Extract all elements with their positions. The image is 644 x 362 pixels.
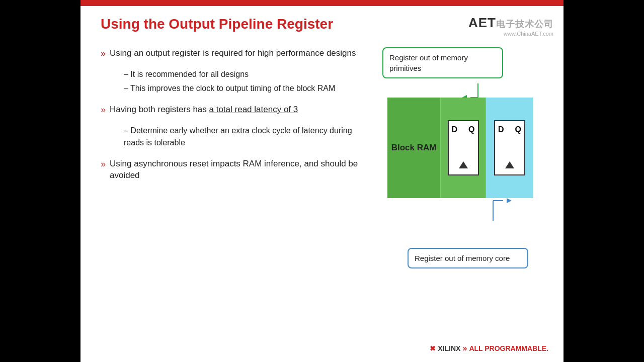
- dff-d-label-2: D: [498, 125, 504, 134]
- aet-logo-text: AET电子技术公司: [468, 15, 553, 31]
- callout-top: Register out of memory primitives: [382, 47, 503, 78]
- bullet-item-1: » Using an output register is required f…: [101, 47, 367, 59]
- bullet-arrow-1: »: [101, 48, 106, 59]
- block-diagram: Block RAM D Q: [387, 98, 533, 198]
- right-column: Register out of memory primitives Block …: [377, 47, 548, 299]
- left-column: » Using an output register is required f…: [101, 47, 367, 299]
- sub-bullet-1-2: This improves the clock to output timing…: [119, 82, 367, 95]
- dff-box-1: D Q: [448, 120, 479, 175]
- bullet-arrow-2: »: [101, 105, 106, 115]
- aet-logo: AET电子技术公司 www.ChinaAET.com: [468, 15, 553, 37]
- footer-logo-area: ✖ XILINX » ALL PROGRAMMABLE.: [430, 344, 548, 353]
- sub-bullet-1-1: It is recommended for all designs: [119, 68, 367, 80]
- dff-d-label-1: D: [452, 125, 458, 134]
- dff-1-container: D Q: [440, 98, 486, 198]
- xilinx-chevron: »: [462, 344, 467, 353]
- sub-bullets-1: It is recommended for all designs This i…: [119, 68, 367, 95]
- underline-text: a total read latency of 3: [209, 105, 298, 114]
- slide-container: AET电子技术公司 www.ChinaAET.com Using the Out…: [80, 0, 564, 362]
- dff-labels-2: D Q: [495, 121, 524, 134]
- dff-2-container: D Q: [486, 98, 533, 198]
- bullet-text-2: Having both registers has a total read l…: [110, 104, 298, 116]
- callout-top-text: Register out of memory primitives: [389, 53, 468, 72]
- bullet-item-3: » Using asynchronous reset impacts RAM i…: [101, 158, 367, 182]
- top-bar: [80, 0, 564, 6]
- dff-labels-1: D Q: [449, 121, 478, 134]
- all-programmable-text: ALL PROGRAMMABLE.: [469, 344, 548, 352]
- dff-q-label-1: Q: [468, 125, 474, 134]
- aet-url: www.ChinaAET.com: [468, 31, 553, 37]
- clock-triangle-1: [459, 161, 468, 168]
- dff-clock-2: [505, 161, 514, 168]
- bullet-item-2: » Having both registers has a total read…: [101, 104, 367, 116]
- bullet-text-3: Using asynchronous reset impacts RAM inf…: [110, 158, 367, 182]
- callout-bottom: Register out of memory core: [408, 248, 528, 268]
- slide-content: AET电子技术公司 www.ChinaAET.com Using the Out…: [80, 6, 564, 362]
- svg-marker-5: [507, 198, 512, 203]
- sub-bullets-2: Determine early whether an extra clock c…: [119, 125, 367, 149]
- block-ram: Block RAM: [387, 98, 440, 198]
- xilinx-icon: ✖: [430, 344, 436, 352]
- dff-q-label-2: Q: [515, 125, 521, 134]
- xilinx-logo: ✖ XILINX » ALL PROGRAMMABLE.: [430, 344, 548, 353]
- dff-box-2: D Q: [494, 120, 525, 175]
- dff-clock-1: [459, 161, 468, 168]
- callout-bottom-text: Register out of memory core: [415, 254, 510, 262]
- bullet-text-1: Using an output register is required for…: [110, 47, 356, 59]
- xilinx-text: XILINX: [438, 344, 460, 352]
- bullet-arrow-3: »: [101, 159, 106, 169]
- main-area: » Using an output register is required f…: [101, 47, 543, 299]
- sub-bullet-2-1: Determine early whether an extra clock c…: [119, 125, 367, 149]
- aet-chinese: 电子技术公司: [496, 19, 553, 29]
- clock-triangle-2: [505, 161, 514, 168]
- diagram-area: Register out of memory primitives Block …: [377, 47, 548, 299]
